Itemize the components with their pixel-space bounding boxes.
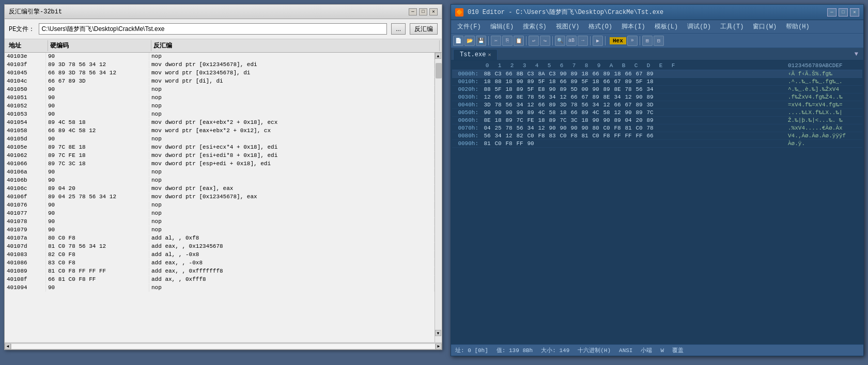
hex-byte[interactable]: 56 [504,102,514,108]
hscroll-left-arrow[interactable]: ◀ [5,343,11,350]
hex-byte[interactable]: 56 [634,86,644,92]
table-row[interactable]: 40107a80 C0 F8add al, , 0xf8 [5,234,435,243]
hex-byte[interactable]: 04 [483,125,492,131]
hex-byte[interactable]: 81 [483,140,492,147]
hex-byte[interactable]: 90 [548,125,557,131]
tool-table2[interactable]: ⊟ [654,36,664,46]
table-row[interactable]: 40105190nop [5,94,435,102]
hex-byte[interactable]: 78 [504,125,514,131]
hex-byte[interactable]: 81 [624,125,633,131]
hex-byte[interactable]: 89 [613,117,622,123]
hex-byte[interactable]: 89 [624,78,633,85]
hex-byte[interactable]: E8 [537,86,546,92]
hex-byte[interactable]: 90 [569,125,579,131]
hex-byte[interactable]: 66 [602,78,611,85]
hex-byte[interactable]: 8E [602,94,611,100]
hex-byte[interactable]: 89 [634,109,644,116]
hex-byte[interactable]: F8 [504,140,514,147]
hex-byte[interactable]: 78 [645,125,655,131]
hex-byte[interactable]: 8B [515,71,524,77]
hex-byte[interactable]: 34 [591,102,600,108]
hex-byte[interactable]: 89 [602,86,611,92]
table-row[interactable]: 40103e90nop [5,53,435,61]
tool-save[interactable]: 💾 [476,36,486,46]
hex-byte[interactable]: 82 [515,133,524,139]
menu-item-i[interactable]: 脚本(I) [617,21,649,32]
hex-byte[interactable]: 18 [580,71,590,77]
tool-paste[interactable]: 📋 [514,36,524,46]
hex-byte[interactable]: 90 [591,117,600,123]
hex-byte[interactable]: 3C [569,117,579,123]
hex-byte[interactable]: 90 [515,109,524,116]
tab-collapse-button[interactable]: ▼ [851,49,861,60]
table-row[interactable]: 40105e89 7C 8E 18mov dword ptr [esi+ecx*… [5,144,435,152]
menu-item-f[interactable]: 文件(F) [453,21,485,32]
hex-byte[interactable]: 67 [580,94,590,100]
disasm-minimize-button[interactable]: ─ [409,8,417,15]
hex-byte[interactable]: 89 [548,117,557,123]
tool-new[interactable]: 📄 [453,36,463,46]
hex-byte[interactable]: 25 [493,125,503,131]
table-row[interactable]: 40105290nop [5,102,435,110]
table-row[interactable]: 40105866 89 4C 58 12mov word ptr [eax+eb… [5,127,435,135]
hex-byte[interactable]: 4C [537,109,546,116]
hex-byte[interactable]: 34 [493,133,503,139]
hex-byte[interactable]: 90 [559,125,568,131]
tab-close-button[interactable]: ✕ [488,52,491,58]
hex-byte[interactable]: 66 [569,94,579,100]
hex-byte[interactable]: C3 [493,71,503,77]
hex-byte[interactable]: 18 [645,78,655,85]
menu-item-v[interactable]: 视图(V) [552,21,584,32]
table-row[interactable]: 40107990nop [5,226,435,234]
hex-byte[interactable]: 5F [526,86,535,92]
hex-byte[interactable]: 66 [624,71,633,77]
hex-byte[interactable]: 88 [493,78,503,85]
hex-byte[interactable]: 89 [645,94,655,100]
hex-byte[interactable]: 58 [602,109,611,116]
hex-byte[interactable]: 5D [569,86,579,92]
hex-byte[interactable]: 81 [580,133,590,139]
hex-byte[interactable]: 34 [548,94,557,100]
hex-byte[interactable]: 3D [483,102,492,108]
hex-byte[interactable]: 66 [613,102,622,108]
disasm-button[interactable]: 反汇编 [410,23,438,35]
hex-byte[interactable]: 66 [591,71,600,77]
hex-byte[interactable]: 83 [548,133,557,139]
hex-byte[interactable]: 67 [613,78,622,85]
hex-byte[interactable]: C3 [548,71,557,77]
browse-button[interactable]: ... [391,23,406,35]
hex-byte[interactable]: 89 [504,117,514,123]
disasm-close-button[interactable]: ✕ [429,8,438,15]
hex-byte[interactable]: 18 [537,117,546,123]
hex-byte[interactable]: 8E [483,117,492,123]
tool-redo[interactable]: ↪ [540,36,550,46]
hex-byte[interactable]: C0 [493,140,503,147]
hex-byte[interactable]: 18 [504,86,514,92]
hex-byte[interactable]: 90 [634,94,644,100]
hex-byte[interactable]: 66 [537,102,546,108]
hex-byte[interactable]: 89 [569,78,579,85]
menu-item-e[interactable]: 编辑(E) [486,21,518,32]
table-row[interactable]: 40107890nop [5,218,435,226]
hex-byte[interactable]: 7C [645,109,655,116]
table-row[interactable]: 40107d81 C0 78 56 34 12add eax, , 0x1234… [5,243,435,251]
hex-byte[interactable]: 34 [515,102,524,108]
hex-byte[interactable]: 34 [645,86,655,92]
tool-run[interactable]: ▶ [593,36,603,46]
hex-byte[interactable]: 5F [580,78,590,85]
menu-item-t[interactable]: 工具(T) [716,21,748,32]
hex-byte[interactable]: 18 [559,109,568,116]
tool-open[interactable]: 📂 [464,36,475,46]
menu-item-o[interactable]: 格式(O) [584,21,616,32]
table-row[interactable]: 40106c89 04 20mov dword ptr [eax], eax [5,185,435,193]
table-row[interactable]: 40105489 4C 58 18mov dword ptr [eax+ebx*… [5,119,435,127]
hex-byte[interactable]: 89 [515,86,524,92]
hex-byte[interactable]: 12 [624,94,633,100]
hex-byte[interactable]: 56 [580,102,590,108]
hex-byte[interactable]: 66 [645,133,655,139]
table-row[interactable]: 40106289 7C FE 18mov dword ptr [esi+edi*… [5,152,435,160]
menu-item-h[interactable]: 帮助(H) [782,21,814,32]
hex-byte[interactable]: 5F [493,86,503,92]
hex-byte[interactable]: FE [526,117,535,123]
menu-item-s[interactable]: 搜索(S) [519,21,551,32]
